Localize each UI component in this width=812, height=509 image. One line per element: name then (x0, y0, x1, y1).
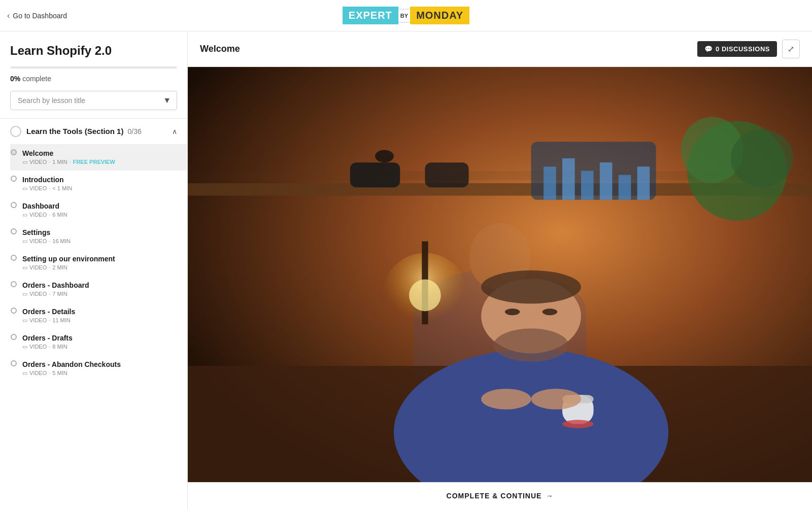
lesson-item-orders-abandon[interactable]: Orders - Abandon Checkouts ▭ VIDEO · 5 M… (10, 355, 187, 382)
back-to-dashboard-button[interactable]: ‹ Go to Dashboard (7, 11, 67, 20)
section-header[interactable]: Learn the Tools (Section 1) 0/36 ∧ (0, 118, 187, 144)
free-preview-badge-welcome: FREE PREVIEW (73, 159, 115, 165)
lesson-name-dashboard: Dashboard (22, 202, 177, 210)
lesson-name-settings: Settings (22, 228, 177, 236)
svg-point-9 (481, 270, 581, 303)
complete-continue-button[interactable]: COMPLETE & CONTINUE → (447, 492, 554, 500)
lesson-meta-environment: ▭ VIDEO · 2 MIN (22, 264, 177, 271)
lesson-dot-environment (11, 255, 17, 261)
sidebar-header: Learn Shopify 2.0 0% complete (0, 31, 187, 91)
video-icon-introduction: ▭ (22, 185, 27, 192)
lesson-dot-welcome (11, 149, 17, 155)
video-icon-environment: ▭ (22, 264, 27, 271)
svg-point-29 (531, 389, 581, 410)
video-icon-dashboard: ▭ (22, 212, 27, 218)
lesson-item-dashboard[interactable]: Dashboard ▭ VIDEO · 6 MIN (10, 197, 187, 223)
lesson-dot-settings (11, 228, 17, 234)
svg-point-5 (409, 280, 441, 312)
content-header: Welcome 💬 0 DISCUSSIONS ⤢ (188, 31, 812, 67)
lesson-name-introduction: Introduction (22, 176, 177, 184)
logo-expert-text: EXPERT (343, 7, 398, 24)
lesson-item-welcome[interactable]: Welcome ▭ VIDEO · 1 MIN · FREE PREVIEW (10, 144, 187, 171)
svg-point-27 (731, 129, 793, 188)
lesson-item-environment[interactable]: Setting up our environment ▭ VIDEO · 2 M… (10, 250, 187, 276)
expand-button[interactable]: ⤢ (782, 40, 800, 58)
lesson-dot-dashboard (11, 202, 17, 208)
chevron-left-icon: ‹ (7, 11, 10, 20)
lesson-item-orders-drafts[interactable]: Orders - Drafts ▭ VIDEO · 8 MIN (10, 329, 187, 355)
discussions-count: 0 DISCUSSIONS (716, 45, 770, 53)
progress-percent: 0% (10, 75, 20, 83)
lesson-name-orders-details: Orders - Details (22, 308, 177, 316)
lesson-meta-orders-drafts: ▭ VIDEO · 8 MIN (22, 344, 177, 350)
video-icon-orders-dashboard: ▭ (22, 291, 27, 297)
lesson-list: Welcome ▭ VIDEO · 1 MIN · FREE PREVIEW (0, 144, 187, 382)
search-input[interactable]: Search by lesson title (10, 91, 177, 110)
expand-icon: ⤢ (788, 45, 794, 53)
video-wrapper[interactable] (188, 67, 812, 482)
search-container: Search by lesson title ▼ (0, 91, 187, 118)
search-wrapper[interactable]: Search by lesson title ▼ (10, 91, 177, 110)
svg-rect-17 (425, 162, 468, 187)
lesson-meta-settings: ▭ VIDEO · 16 MIN (22, 238, 177, 245)
discussions-button[interactable]: 💬 0 DISCUSSIONS (697, 41, 777, 57)
lesson-name-orders-drafts: Orders - Drafts (22, 334, 177, 342)
lesson-meta-dashboard: ▭ VIDEO · 6 MIN (22, 212, 177, 218)
section-count: 0/36 (126, 127, 142, 135)
lesson-item-orders-details[interactable]: Orders - Details ▭ VIDEO · 11 MIN (10, 302, 187, 329)
logo-by-text: BY (398, 9, 410, 23)
section-expand-icon: ∧ (172, 127, 177, 135)
video-icon-orders-drafts: ▭ (22, 344, 27, 350)
progress-bar-container (10, 66, 177, 69)
lesson-dot-orders-details (11, 308, 17, 314)
lesson-item-settings[interactable]: Settings ▭ VIDEO · 16 MIN (10, 223, 187, 250)
lesson-meta-orders-details: ▭ VIDEO · 11 MIN (22, 317, 177, 324)
video-icon-welcome: ▭ (22, 159, 27, 165)
complete-arrow-icon: → (546, 492, 553, 500)
svg-rect-15 (350, 162, 400, 187)
section-header-left: Learn the Tools (Section 1) 0/36 (10, 126, 142, 137)
lesson-dot-orders-drafts (11, 334, 17, 340)
svg-rect-21 (581, 171, 594, 200)
lesson-item-orders-dashboard[interactable]: Orders - Dashboard ▭ VIDEO · 7 MIN (10, 276, 187, 302)
discussions-icon: 💬 (704, 45, 713, 53)
section-circle (10, 126, 21, 137)
svg-rect-20 (562, 158, 575, 200)
back-label: Go to Dashboard (13, 12, 67, 20)
content-area: Welcome 💬 0 DISCUSSIONS ⤢ (188, 31, 812, 509)
svg-rect-24 (637, 166, 650, 199)
top-nav: ‹ Go to Dashboard EXPERT BY MONDAY (0, 0, 812, 31)
svg-point-14 (562, 420, 594, 428)
section-title: Learn the Tools (Section 1) 0/36 (26, 127, 142, 135)
svg-rect-16 (375, 150, 394, 163)
main-layout: Learn Shopify 2.0 0% complete Search by … (0, 31, 812, 509)
lesson-meta-welcome: ▭ VIDEO · 1 MIN · FREE PREVIEW (22, 159, 177, 165)
lesson-name-orders-abandon: Orders - Abandon Checkouts (22, 360, 177, 368)
svg-point-11 (543, 309, 558, 315)
content-title: Welcome (200, 44, 240, 54)
lesson-meta-introduction: ▭ VIDEO · < 1 MIN (22, 185, 177, 192)
lesson-meta-orders-dashboard: ▭ VIDEO · 7 MIN (22, 291, 177, 297)
svg-rect-23 (619, 175, 631, 200)
video-icon-orders-details: ▭ (22, 317, 27, 324)
svg-point-8 (494, 328, 569, 361)
complete-label: COMPLETE & CONTINUE (447, 492, 542, 500)
lesson-dot-introduction (11, 176, 17, 182)
lesson-item-introduction[interactable]: Introduction ▭ VIDEO · < 1 MIN (10, 171, 187, 197)
lesson-meta-orders-abandon: ▭ VIDEO · 5 MIN (22, 370, 177, 377)
lesson-duration-welcome: 1 MIN (52, 159, 67, 165)
video-svg-overlay (188, 67, 812, 482)
content-header-actions: 💬 0 DISCUSSIONS ⤢ (697, 40, 800, 58)
progress-label: complete (22, 75, 51, 83)
lesson-dot-orders-dashboard (11, 281, 17, 287)
svg-point-10 (505, 309, 520, 315)
lesson-name-welcome: Welcome (22, 149, 177, 157)
lesson-dot-orders-abandon (11, 360, 17, 366)
video-icon-orders-abandon: ▭ (22, 370, 27, 377)
lesson-name-orders-dashboard: Orders - Dashboard (22, 281, 177, 289)
sidebar: Learn Shopify 2.0 0% complete Search by … (0, 31, 188, 509)
course-title: Learn Shopify 2.0 (10, 44, 177, 58)
lesson-type-welcome: VIDEO (29, 159, 47, 165)
svg-rect-22 (600, 162, 613, 200)
svg-point-28 (481, 389, 531, 410)
